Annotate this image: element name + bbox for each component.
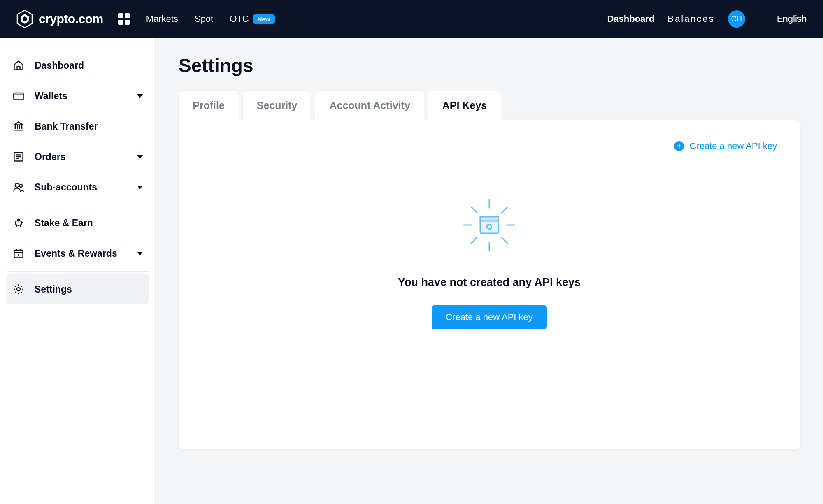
sidebar-item-settings[interactable]: Settings xyxy=(7,274,149,304)
nav-balances[interactable]: Balances xyxy=(667,14,715,24)
svg-point-6 xyxy=(17,288,20,291)
header: crypto.com Markets Spot OTC New Dashboar… xyxy=(0,0,823,38)
new-badge: New xyxy=(253,14,275,24)
tab-account-activity[interactable]: Account Activity xyxy=(315,91,424,121)
nav-spot[interactable]: Spot xyxy=(195,14,213,24)
sidebar-item-sub-accounts[interactable]: Sub-accounts xyxy=(7,172,149,202)
sidebar-item-dashboard[interactable]: Dashboard xyxy=(7,50,149,81)
svg-line-14 xyxy=(471,237,477,243)
chevron-down-icon xyxy=(137,155,143,159)
main-content: Settings Profile Security Account Activi… xyxy=(156,38,823,504)
settings-tabs: Profile Security Account Activity API Ke… xyxy=(179,91,800,121)
piggy-icon xyxy=(12,217,25,229)
create-api-key-link-label: Create a new API key xyxy=(690,141,777,151)
sidebar-item-label: Dashboard xyxy=(35,60,84,71)
svg-rect-5 xyxy=(14,250,23,258)
home-icon xyxy=(12,59,25,72)
avatar[interactable]: CH xyxy=(728,10,745,28)
svg-point-3 xyxy=(19,184,22,187)
svg-line-11 xyxy=(471,207,477,213)
empty-state-title: You have not created any API keys xyxy=(398,276,581,289)
empty-state-icon xyxy=(460,196,518,255)
list-icon xyxy=(12,151,25,163)
sidebar-item-stake-earn[interactable]: Stake & Earn xyxy=(7,208,149,238)
brand-logo[interactable]: crypto.com xyxy=(16,10,103,28)
brand-icon xyxy=(16,10,33,28)
create-api-key-button[interactable]: Create a new API key xyxy=(432,305,547,329)
sidebar-item-label: Stake & Earn xyxy=(35,218,93,229)
nav-dashboard[interactable]: Dashboard xyxy=(607,14,654,24)
sidebar-item-orders[interactable]: Orders xyxy=(7,142,149,172)
app-grid-icon[interactable] xyxy=(118,13,130,25)
tab-security[interactable]: Security xyxy=(243,91,312,121)
nav-otc[interactable]: OTC New xyxy=(230,14,274,24)
sidebar-item-label: Sub-accounts xyxy=(35,182,97,193)
sidebar-item-label: Bank Transfer xyxy=(35,121,98,132)
svg-point-2 xyxy=(15,183,19,187)
sidebar-item-label: Orders xyxy=(35,151,65,163)
divider xyxy=(761,10,761,28)
create-api-key-link[interactable]: + Create a new API key xyxy=(674,141,777,151)
nav-otc-label: OTC xyxy=(230,14,249,24)
gear-icon xyxy=(12,283,25,295)
nav-markets[interactable]: Markets xyxy=(146,14,178,24)
tab-api-keys[interactable]: API Keys xyxy=(428,91,501,121)
users-icon xyxy=(12,181,25,193)
wallet-icon xyxy=(12,90,25,102)
language-selector[interactable]: English xyxy=(777,14,807,24)
divider xyxy=(7,271,149,272)
divider xyxy=(7,205,149,205)
sidebar-item-label: Wallets xyxy=(35,91,67,102)
svg-rect-0 xyxy=(14,93,23,100)
api-keys-panel: + Create a new API key xyxy=(179,120,800,449)
page-title: Settings xyxy=(179,54,800,77)
chevron-down-icon xyxy=(137,94,143,98)
sidebar: Dashboard Wallets Bank Transfer xyxy=(0,38,156,504)
calendar-icon xyxy=(12,247,25,260)
chevron-down-icon xyxy=(137,252,143,255)
sidebar-item-wallets[interactable]: Wallets xyxy=(7,81,149,111)
svg-line-13 xyxy=(502,207,507,213)
svg-line-12 xyxy=(502,237,507,243)
sidebar-item-bank-transfer[interactable]: Bank Transfer xyxy=(7,111,149,142)
sidebar-item-events-rewards[interactable]: Events & Rewards xyxy=(7,238,149,269)
brand-text: crypto.com xyxy=(39,12,103,26)
header-right: Dashboard Balances CH English xyxy=(607,10,807,28)
chevron-down-icon xyxy=(137,186,143,189)
sidebar-item-label: Events & Rewards xyxy=(35,248,117,259)
plus-circle-icon: + xyxy=(674,141,684,151)
tab-profile[interactable]: Profile xyxy=(179,91,239,121)
bank-icon xyxy=(12,120,25,132)
svg-rect-16 xyxy=(480,217,498,221)
panel-toolbar: + Create a new API key xyxy=(202,141,777,163)
top-nav: Markets Spot OTC New xyxy=(146,14,275,24)
sidebar-item-label: Settings xyxy=(35,284,72,295)
empty-state: You have not created any API keys Create… xyxy=(202,163,777,329)
